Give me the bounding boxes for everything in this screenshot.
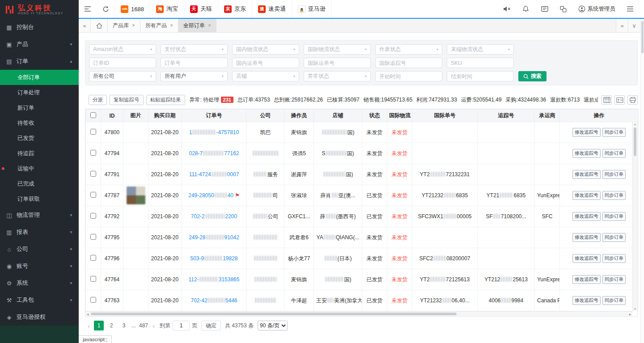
home-tab[interactable] xyxy=(91,19,108,32)
row-action-button[interactable]: 修改追踪号 xyxy=(572,212,601,221)
notification-bell-icon[interactable] xyxy=(517,0,535,18)
close-icon[interactable]: × xyxy=(170,22,173,29)
sidebar-item-5[interactable]: ⌂公司▼ xyxy=(0,241,79,258)
sidebar-subitem[interactable]: 全部订单 xyxy=(0,70,79,85)
filter-input[interactable] xyxy=(161,58,228,68)
toolbar-button[interactable]: 粘贴追踪结果 xyxy=(146,95,185,105)
filter-select[interactable]: 所有公司▾ xyxy=(89,71,156,81)
sidebar-subitem[interactable]: 运输中 xyxy=(0,161,79,176)
page-tab[interactable]: 所有产品× xyxy=(140,19,178,32)
scroll-down-arrow[interactable]: ▼ xyxy=(634,307,636,311)
refresh-icon[interactable] xyxy=(97,0,114,18)
column-header[interactable]: 图片 xyxy=(123,110,148,122)
row-action-button[interactable]: 修改追踪号 xyxy=(572,296,601,305)
sidebar-item-1[interactable]: ▣产品▼ xyxy=(0,36,79,53)
filter-input[interactable] xyxy=(89,58,156,68)
sidebar-item-8[interactable]: ⚒工具包▼ xyxy=(0,292,79,309)
page-button[interactable]: 2 xyxy=(106,321,116,330)
row-action-button[interactable]: 同步订单 xyxy=(602,170,626,179)
filter-select[interactable]: 店铺▾ xyxy=(232,71,299,81)
page-scroll-thumb[interactable] xyxy=(641,21,644,53)
order-number-link[interactable]: 028-777162 xyxy=(182,143,247,164)
order-number-link[interactable]: 249-2805040⚑ xyxy=(182,185,247,206)
prev-page-button[interactable]: ‹ xyxy=(85,322,93,330)
filter-select[interactable]: 作废状态▾ xyxy=(375,44,442,55)
scroll-up-arrow[interactable]: ▲ xyxy=(634,122,636,127)
date-input[interactable] xyxy=(375,71,442,81)
table-horizontal-scrollbar[interactable]: ◀ ▶ xyxy=(85,311,632,316)
sidebar-item-0[interactable]: ▦控制台 xyxy=(0,19,79,36)
row-action-button[interactable]: 同步订单 xyxy=(602,254,626,263)
column-header[interactable]: ID xyxy=(101,110,123,122)
order-number-link[interactable]: 1-4757810 xyxy=(182,122,247,143)
platform-tab[interactable]: 速速卖通 xyxy=(252,0,292,18)
sidebar-subitem[interactable]: 新订单 xyxy=(0,100,79,115)
row-action-button[interactable]: 修改追踪号 xyxy=(572,149,601,158)
page-scrollbar[interactable] xyxy=(640,20,644,343)
toolbar-button[interactable]: 分派 xyxy=(89,95,107,105)
filter-select[interactable]: 末端物流状态▾ xyxy=(447,44,514,55)
filter-select[interactable]: 支付状态▾ xyxy=(161,44,228,55)
message-board-icon[interactable] xyxy=(535,0,554,18)
row-action-button[interactable]: 修改追踪号 xyxy=(572,170,601,179)
column-header[interactable]: 追踪号 xyxy=(478,110,535,122)
toolbar-button[interactable]: 复制追踪号 xyxy=(110,95,144,105)
tabs-menu-icon[interactable]: ∨ xyxy=(628,19,640,32)
order-number-link[interactable]: 111-47240007 xyxy=(182,164,247,185)
row-checkbox[interactable] xyxy=(90,276,96,282)
app-logo[interactable]: 弘义科技 HONG YI TECHNOLOGY xyxy=(0,0,79,19)
column-header[interactable]: 国际物流 xyxy=(387,110,412,122)
scroll-tabs-right-icon[interactable]: » xyxy=(616,19,628,32)
table-vertical-scrollbar[interactable]: ▲ ▼ xyxy=(632,122,637,311)
sidebar-subitem[interactable]: 待签收 xyxy=(0,115,79,131)
filter-input[interactable] xyxy=(447,58,514,68)
collapse-sidebar-icon[interactable] xyxy=(79,0,97,18)
page-button[interactable]: 3 xyxy=(119,321,129,330)
close-icon[interactable]: × xyxy=(208,22,211,29)
search-button[interactable]: 搜索 xyxy=(518,71,547,81)
column-header[interactable]: 公司 xyxy=(247,110,284,122)
user-menu[interactable]: 系统管理员 xyxy=(573,5,621,13)
platform-tab[interactable]: a亚马逊 xyxy=(292,0,332,18)
horizontal-scroll-thumb[interactable] xyxy=(91,313,457,315)
platform-tab[interactable]: 淘淘宝 xyxy=(150,0,184,18)
page-tab[interactable]: 全部订单× xyxy=(178,19,216,32)
filter-select[interactable]: 所有用户▾ xyxy=(161,71,228,81)
column-header[interactable]: 操作 xyxy=(560,110,639,122)
row-action-button[interactable]: 同步订单 xyxy=(602,233,626,242)
sidebar-item-3[interactable]: ◫物流管理▼ xyxy=(0,207,79,224)
row-action-button[interactable]: 修改追踪号 xyxy=(572,233,601,242)
scroll-left-arrow[interactable]: ◀ xyxy=(85,313,90,316)
row-action-button[interactable]: 同步订单 xyxy=(602,212,626,221)
mute-icon[interactable] xyxy=(498,0,517,18)
row-action-button[interactable]: 同步订单 xyxy=(602,191,626,200)
sidebar-subitem[interactable]: 订单获取 xyxy=(0,191,79,207)
column-header[interactable]: 订单号 xyxy=(182,110,247,122)
next-page-button[interactable]: › xyxy=(150,322,157,330)
column-header[interactable]: 购买日期 xyxy=(148,110,182,122)
vertical-scroll-thumb[interactable] xyxy=(634,127,636,156)
row-checkbox[interactable] xyxy=(90,150,96,156)
export-icon[interactable] xyxy=(614,95,625,105)
row-action-button[interactable]: 修改追踪号 xyxy=(572,254,601,263)
column-header[interactable]: 状态 xyxy=(362,110,387,122)
filter-input[interactable] xyxy=(304,58,371,68)
print-icon[interactable] xyxy=(627,95,638,105)
scroll-right-arrow[interactable]: ▶ xyxy=(628,313,632,316)
row-action-button[interactable]: 同步订单 xyxy=(602,149,626,158)
filter-select[interactable]: 国际物流状态▾ xyxy=(304,44,371,55)
platform-tab[interactable]: 16881688 xyxy=(114,0,150,18)
page-tab[interactable]: 产品库× xyxy=(108,19,140,32)
sidebar-subitem[interactable]: 订单处理 xyxy=(0,85,79,100)
platform-tab[interactable]: 京京东 xyxy=(218,0,252,18)
more-menu-icon[interactable] xyxy=(621,0,640,18)
sidebar-item-2[interactable]: ▤订单▲ xyxy=(0,53,79,70)
sidebar-subitem[interactable]: 已完成 xyxy=(0,176,79,191)
row-checkbox[interactable] xyxy=(90,213,96,219)
sidebar-subitem[interactable]: 已发货 xyxy=(0,131,79,146)
sidebar-item-7[interactable]: ⚙系统▼ xyxy=(0,275,79,292)
page-button[interactable]: 487 xyxy=(139,321,148,330)
row-checkbox[interactable] xyxy=(90,129,96,135)
order-number-link[interactable]: 112-3153865 xyxy=(182,269,247,290)
column-settings-icon[interactable] xyxy=(602,95,612,105)
